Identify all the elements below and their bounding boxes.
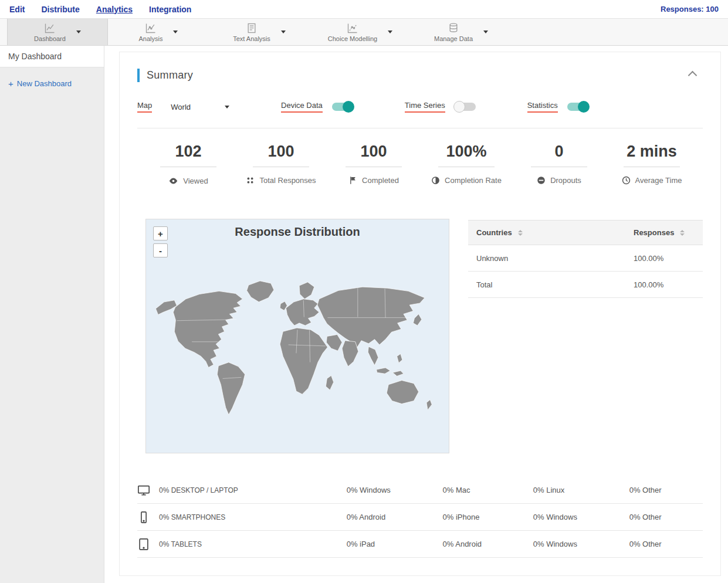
toolbar-label: Dashboard <box>34 35 66 42</box>
clock-icon <box>622 176 631 185</box>
time-series-toggle[interactable] <box>455 103 476 111</box>
new-dashboard-button[interactable]: + New Dashboard <box>8 79 96 89</box>
stat-value: 100 <box>268 143 294 161</box>
world-map[interactable] <box>147 245 448 450</box>
stat-dropouts: 0 Dropouts <box>513 143 605 186</box>
chevron-down-icon[interactable] <box>388 30 392 33</box>
scatter-chart-icon <box>347 22 358 34</box>
stat-label: Completed <box>362 176 399 185</box>
new-dashboard-label: New Dashboard <box>17 79 72 88</box>
stats-row: 102 Viewed 100 Total Responses <box>142 143 698 186</box>
responses-header[interactable]: Responses <box>634 228 674 237</box>
collapse-chevron-icon[interactable] <box>688 71 697 80</box>
nav-distribute[interactable]: Distribute <box>41 5 79 14</box>
toolbar-label: Choice Modelling <box>328 35 377 42</box>
stat-label: Total Responses <box>259 176 316 185</box>
nav-analytics[interactable]: Analytics <box>96 5 133 14</box>
device-cell: 0% Windows <box>533 513 629 521</box>
sort-icon[interactable] <box>518 230 523 236</box>
country-cell: Total <box>476 280 634 289</box>
sidebar-item-my-dashboard[interactable]: My Dashboard <box>0 46 104 67</box>
sort-icon[interactable] <box>680 230 685 236</box>
minus-circle-icon <box>537 176 546 185</box>
stat-value: 100 <box>360 143 387 161</box>
device-cell: 0% Other <box>629 540 703 548</box>
nav-integration[interactable]: Integration <box>149 5 191 14</box>
countries-table-header: Countries Responses <box>468 220 703 245</box>
analytics-toolbar: Dashboard Analysis Text Analysis Choice … <box>0 18 728 46</box>
stat-completion-rate: 100% Completion Rate <box>420 143 513 186</box>
summary-title: Summary <box>147 69 193 82</box>
desktop-icon <box>137 484 150 497</box>
toolbar-label: Manage Data <box>434 35 473 42</box>
toolbar-analysis[interactable]: Analysis <box>108 19 209 45</box>
responses-cell: 100.00% <box>634 254 695 263</box>
responses-cell: 100.00% <box>634 280 695 289</box>
responses-count: Responses: 100 <box>661 5 719 13</box>
device-cell: 0% iPhone <box>443 513 533 521</box>
chevron-down-icon <box>225 106 229 109</box>
time-series-label: Time Series <box>405 101 445 113</box>
toolbar-text-analysis[interactable]: Text Analysis <box>209 19 310 45</box>
device-label: 0% DESKTOP / LAPTOP <box>159 486 238 494</box>
stat-value: 100% <box>446 143 486 161</box>
device-data-table: 0% DESKTOP / LAPTOP 0% Windows 0% Mac 0%… <box>137 477 703 558</box>
dots-icon <box>246 176 255 185</box>
statistics-toggle[interactable] <box>567 103 588 111</box>
statistics-label: Statistics <box>527 101 558 113</box>
device-cell: 0% Other <box>629 486 703 494</box>
line-chart-icon <box>145 22 157 34</box>
chevron-down-icon[interactable] <box>281 30 286 33</box>
stat-completed: 100 Completed <box>327 143 420 186</box>
table-row: 0% TABLETS 0% iPad 0% Android 0% Windows… <box>137 531 703 558</box>
dashboard-sidebar: My Dashboard + New Dashboard <box>0 46 104 583</box>
device-data-label: Device Data <box>281 101 323 113</box>
stat-viewed: 102 Viewed <box>142 143 235 186</box>
plus-icon: + <box>8 79 13 89</box>
nav-edit[interactable]: Edit <box>9 5 25 14</box>
toolbar-label: Text Analysis <box>233 35 270 42</box>
flag-icon <box>348 176 357 185</box>
device-data-toggle[interactable] <box>332 103 353 111</box>
country-cell: Unknown <box>476 254 634 263</box>
stat-label: Viewed <box>183 177 208 185</box>
chevron-down-icon[interactable] <box>483 30 488 33</box>
toolbar-manage-data[interactable]: Manage Data <box>411 19 512 45</box>
table-row: 0% DESKTOP / LAPTOP 0% Windows 0% Mac 0%… <box>137 477 703 504</box>
toolbar-choice-modelling[interactable]: Choice Modelling <box>310 19 411 45</box>
line-chart-icon <box>44 22 56 34</box>
map-label: Map <box>137 101 152 113</box>
table-row: 0% SMARTPHONES 0% Android 0% iPhone 0% W… <box>137 504 703 531</box>
stat-value: 0 <box>554 143 563 161</box>
database-icon <box>448 22 459 34</box>
map-title: Response Distribution <box>146 225 449 239</box>
device-cell: 0% iPad <box>347 540 443 548</box>
stat-label: Average Time <box>635 176 682 185</box>
device-cell: 0% Other <box>629 513 703 521</box>
zoom-in-button[interactable]: + <box>153 226 168 240</box>
response-distribution-map: Response Distribution + - <box>145 219 449 453</box>
document-icon <box>246 22 258 34</box>
chevron-down-icon[interactable] <box>76 30 81 33</box>
device-cell: 0% Android <box>347 513 443 521</box>
device-cell: 0% Windows <box>347 486 443 494</box>
smartphone-icon <box>137 511 150 524</box>
sidebar-item-label: My Dashboard <box>8 52 62 61</box>
toolbar-dashboard[interactable]: Dashboard <box>7 19 108 45</box>
summary-card: Summary Map World Device Data Time Serie… <box>119 52 721 576</box>
accent-bar <box>137 69 140 82</box>
table-row: Unknown 100.00% <box>468 245 703 272</box>
stat-value: 2 mins <box>627 143 677 161</box>
stat-average-time: 2 mins Average Time <box>605 143 698 186</box>
half-circle-icon <box>431 176 440 185</box>
chevron-down-icon[interactable] <box>173 30 178 33</box>
map-region-value: World <box>171 103 191 111</box>
device-label: 0% SMARTPHONES <box>159 513 225 521</box>
stat-label: Completion Rate <box>445 176 502 185</box>
map-region-select[interactable]: World <box>171 103 229 111</box>
countries-header[interactable]: Countries <box>476 228 512 237</box>
top-nav: Edit Distribute Analytics Integration Re… <box>0 0 728 18</box>
device-cell: 0% Windows <box>533 540 629 548</box>
device-cell: 0% Linux <box>533 486 629 494</box>
table-row: Total 100.00% <box>468 272 703 298</box>
